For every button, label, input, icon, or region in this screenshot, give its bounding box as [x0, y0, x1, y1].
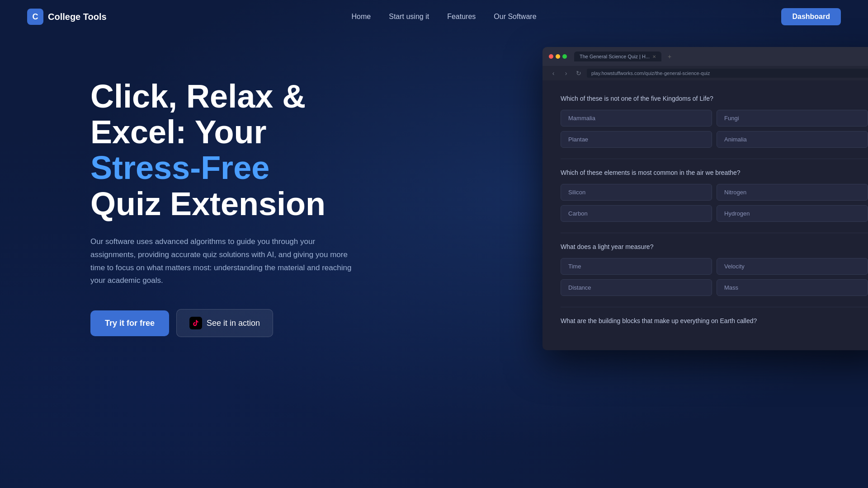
- tab-title: The General Science Quiz | H...: [580, 54, 650, 59]
- window-controls: [549, 54, 567, 59]
- forward-icon[interactable]: ›: [561, 69, 571, 78]
- brand-name: College Tools: [48, 12, 107, 22]
- answer-animalia[interactable]: Animalia: [717, 131, 868, 148]
- headline-highlight: Stress-Free: [90, 150, 269, 186]
- try-free-button[interactable]: Try it for free: [90, 310, 169, 336]
- browser-tab[interactable]: The General Science Quiz | H... ✕: [574, 52, 661, 61]
- nav-link-software[interactable]: Our Software: [494, 13, 536, 20]
- nav-item-home[interactable]: Home: [352, 13, 371, 21]
- logo-letter: C: [33, 12, 38, 22]
- hero-headline: Click, Relax & Excel: Your Stress-Free Q…: [90, 79, 353, 222]
- answer-grid-1: Mammalia Fungi Plantae Animalia: [561, 110, 868, 148]
- divider-3: [561, 307, 868, 307]
- question-2: Which of these elements is most common i…: [561, 168, 868, 222]
- answer-silicon[interactable]: Silicon: [561, 184, 712, 201]
- nav-item-features[interactable]: Features: [447, 13, 476, 21]
- nav-link-features[interactable]: Features: [447, 13, 476, 20]
- tiktok-icon: [189, 317, 202, 329]
- nav-item-start[interactable]: Start using it: [389, 13, 429, 21]
- hero-section: Click, Relax & Excel: Your Stress-Free Q…: [90, 61, 353, 337]
- nav-item-software[interactable]: Our Software: [494, 13, 536, 21]
- question-4: What are the building blocks that make u…: [561, 316, 868, 326]
- maximize-dot: [562, 54, 567, 59]
- headline-line1: Click, Relax &: [90, 78, 306, 114]
- see-action-button[interactable]: See it in action: [176, 309, 273, 337]
- nav-links: Home Start using it Features Our Softwar…: [352, 13, 537, 21]
- answer-mass[interactable]: Mass: [717, 279, 868, 296]
- browser-titlebar: The General Science Quiz | H... ✕ +: [542, 47, 868, 66]
- answer-mammalia[interactable]: Mammalia: [561, 110, 712, 127]
- nav-link-home[interactable]: Home: [352, 13, 371, 20]
- headline-line3: Quiz Extension: [90, 186, 326, 222]
- url-bar[interactable]: play.howstuffworks.com/quiz/the-general-…: [587, 69, 868, 78]
- question-3-text: What does a light year measure?: [561, 242, 868, 252]
- answer-grid-3: Time Velocity Distance Mass: [561, 258, 868, 296]
- question-4-text: What are the building blocks that make u…: [561, 316, 868, 326]
- answer-grid-2: Silicon Nitrogen Carbon Hydrogen: [561, 184, 868, 222]
- question-2-text: Which of these elements is most common i…: [561, 168, 868, 178]
- answer-velocity[interactable]: Velocity: [717, 258, 868, 275]
- browser-mockup: The General Science Quiz | H... ✕ + ‹ › …: [542, 47, 868, 350]
- nav-link-start[interactable]: Start using it: [389, 13, 429, 20]
- question-1: Which of these is not one of the five Ki…: [561, 94, 868, 148]
- logo-area[interactable]: C College Tools: [27, 9, 107, 25]
- answer-plantae[interactable]: Plantae: [561, 131, 712, 148]
- divider-1: [561, 159, 868, 159]
- answer-distance[interactable]: Distance: [561, 279, 712, 296]
- browser-content: Which of these is not one of the five Ki…: [542, 80, 868, 350]
- question-3: What does a light year measure? Time Vel…: [561, 242, 868, 296]
- answer-carbon[interactable]: Carbon: [561, 205, 712, 222]
- see-action-label: See it in action: [207, 319, 260, 328]
- minimize-dot: [556, 54, 560, 59]
- headline-line2: Excel: Your: [90, 114, 267, 150]
- dashboard-button[interactable]: Dashboard: [781, 8, 841, 25]
- back-icon[interactable]: ‹: [549, 69, 558, 78]
- question-1-text: Which of these is not one of the five Ki…: [561, 94, 868, 103]
- cta-buttons: Try it for free See it in action: [90, 309, 353, 337]
- main-content: Click, Relax & Excel: Your Stress-Free Q…: [0, 33, 868, 337]
- answer-nitrogen[interactable]: Nitrogen: [717, 184, 868, 201]
- tab-close-icon[interactable]: ✕: [652, 54, 656, 59]
- new-tab-icon[interactable]: +: [668, 53, 671, 60]
- logo-icon: C: [27, 9, 43, 25]
- answer-hydrogen[interactable]: Hydrogen: [717, 205, 868, 222]
- navbar: C College Tools Home Start using it Feat…: [0, 0, 868, 33]
- reload-icon[interactable]: ↻: [574, 69, 583, 78]
- answer-time[interactable]: Time: [561, 258, 712, 275]
- divider-2: [561, 233, 868, 233]
- browser-nav: ‹ › ↻ play.howstuffworks.com/quiz/the-ge…: [542, 66, 868, 80]
- hero-description: Our software uses advanced algorithms to…: [90, 235, 353, 288]
- close-dot: [549, 54, 553, 59]
- answer-fungi[interactable]: Fungi: [717, 110, 868, 127]
